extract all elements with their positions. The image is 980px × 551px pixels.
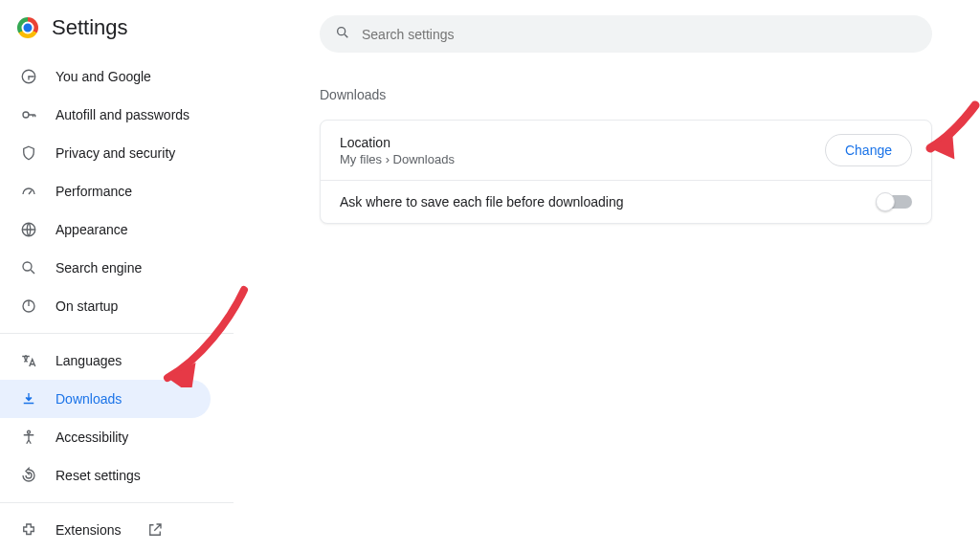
translate-icon (19, 351, 38, 370)
sidebar-item-appearance[interactable]: Appearance (0, 210, 211, 249)
location-path: My files › Downloads (340, 152, 455, 166)
sidebar-item-performance[interactable]: Performance (0, 172, 211, 210)
divider (0, 502, 234, 503)
svg-point-3 (23, 262, 32, 271)
sidebar-item-autofill[interactable]: Autofill and passwords (0, 96, 211, 134)
search-input[interactable] (362, 27, 917, 42)
downloads-card: Location My files › Downloads Change Ask… (320, 120, 932, 224)
svg-point-1 (23, 112, 29, 118)
ask-where-toggle[interactable] (878, 195, 912, 209)
sidebar-item-label: Privacy and security (56, 145, 175, 161)
sidebar-item-label: Autofill and passwords (56, 107, 189, 122)
sidebar-item-label: You and Google (56, 69, 151, 84)
sidebar-item-label: Performance (56, 184, 132, 199)
download-icon (19, 389, 38, 408)
sidebar-item-label: Search engine (56, 260, 142, 276)
sidebar-item-label: Languages (56, 353, 122, 368)
sidebar: Settings You and Google Autofill and pas… (0, 0, 234, 551)
location-row: Location My files › Downloads Change (321, 121, 931, 180)
shield-icon (19, 143, 38, 163)
chrome-logo-icon (17, 17, 38, 38)
external-link-icon (145, 520, 165, 540)
change-button[interactable]: Change (825, 134, 912, 166)
sidebar-header: Settings (0, 15, 234, 57)
sidebar-item-search-engine[interactable]: Search engine (0, 249, 211, 287)
page-title: Settings (52, 15, 128, 40)
svg-point-5 (28, 430, 31, 433)
sidebar-item-label: Downloads (56, 391, 122, 407)
key-icon (19, 105, 38, 124)
search-icon (19, 258, 38, 277)
sidebar-item-privacy[interactable]: Privacy and security (0, 134, 211, 172)
reset-icon (19, 466, 38, 485)
extension-icon (19, 520, 38, 540)
sidebar-item-label: Reset settings (56, 468, 141, 483)
ask-where-row: Ask where to save each file before downl… (321, 180, 931, 223)
section-title: Downloads (320, 87, 940, 102)
accessibility-icon (19, 428, 38, 447)
speedometer-icon (19, 182, 38, 201)
sidebar-item-on-startup[interactable]: On startup (0, 287, 211, 325)
sidebar-nav: You and Google Autofill and passwords Pr… (0, 57, 234, 551)
palette-icon (19, 220, 38, 239)
sidebar-item-languages[interactable]: Languages (0, 342, 211, 380)
sidebar-item-label: On startup (56, 298, 118, 314)
sidebar-item-label: Accessibility (56, 430, 128, 445)
ask-where-label: Ask where to save each file before downl… (340, 194, 624, 209)
svg-point-8 (338, 28, 345, 35)
main-content: Downloads Location My files › Downloads … (234, 0, 980, 551)
sidebar-item-accessibility[interactable]: Accessibility (0, 418, 211, 456)
sidebar-item-label: Appearance (56, 222, 128, 237)
sidebar-item-reset[interactable]: Reset settings (0, 456, 211, 495)
sidebar-item-extensions[interactable]: Extensions (0, 511, 211, 549)
power-icon (19, 297, 38, 316)
search-icon (335, 25, 350, 43)
sidebar-item-downloads[interactable]: Downloads (0, 380, 211, 418)
sidebar-item-you-and-google[interactable]: You and Google (0, 57, 211, 96)
divider (0, 333, 234, 334)
sidebar-item-label: Extensions (56, 522, 121, 538)
location-label: Location (340, 135, 455, 150)
search-bar[interactable] (320, 15, 932, 53)
google-g-icon (19, 67, 38, 86)
